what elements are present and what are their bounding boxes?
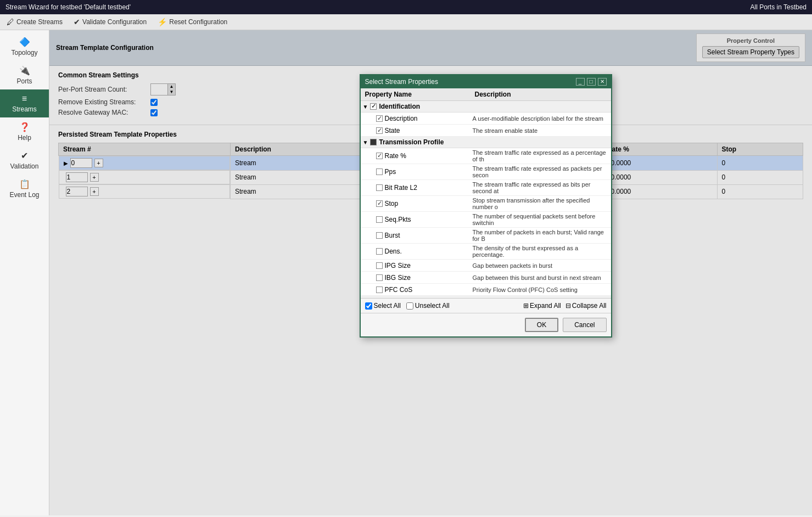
property-description: The stream traffic rate expressed as bit… [473,181,609,194]
property-row: Description A user-modifiable descriptio… [361,113,611,125]
sidebar-item-topology[interactable]: 🔷 Topology [0,32,49,61]
property-row: Burst The number of packets in each burs… [361,228,611,244]
sidebar-item-ports-label: Ports [16,77,32,85]
property-name-text: Description [385,115,418,122]
modal-overlay: Select Stream Properties _ □ ✕ Property … [49,30,812,515]
sidebar-item-topology-label: Topology [11,49,37,57]
dialog-titlebar: Select Stream Properties _ □ ✕ [361,75,611,88]
group-checkbox[interactable] [370,103,377,110]
property-checkbox[interactable] [376,248,383,255]
validation-icon: ✔ [21,150,28,161]
property-name-text: Rate % [385,152,406,160]
sidebar-item-validation[interactable]: ✔ Validation [0,146,49,175]
property-name: Burst [363,232,473,239]
property-name: IBG Size [363,274,473,282]
property-name: IPG Size [363,262,473,269]
sidebar-item-streams[interactable]: ≡ Streams [0,89,49,117]
toolbar: 🖊 Create Streams ✔ Validate Configuratio… [0,14,812,30]
reset-icon: ⚡ [158,18,167,26]
create-streams-button[interactable]: 🖊 Create Streams [4,16,65,27]
property-name-text: Dens. [385,248,402,255]
property-description: The number of packets in each burst; Val… [473,229,609,242]
property-checkbox[interactable] [376,168,383,175]
property-name: Bit Rate L2 [363,184,473,192]
property-name-text: Bit Rate L2 [385,184,417,192]
property-checkbox[interactable] [376,262,383,269]
property-description: Stop stream transmission after the speci… [473,197,609,210]
ports-label: All Ports in Testbed [751,3,807,11]
property-name-text: Stop [385,200,399,207]
property-checkbox[interactable] [376,115,383,122]
footer-right: ⊞ Expand All ⊟ Collapse All [523,302,606,310]
dialog-minimize-button[interactable]: _ [576,78,585,86]
property-name-text: Pps [385,168,396,176]
property-row: Seq.Pkts The number of sequential packet… [361,212,611,228]
property-description: Gap between this burst and burst in next… [473,274,609,281]
property-checkbox[interactable] [376,216,383,223]
dialog-footer: Select All Unselect All ⊞ Expand All [361,299,611,313]
title-bar: Stream Wizard for testbed 'Default testb… [0,0,812,14]
collapse-minus-icon: ⊟ [565,302,571,310]
property-row: Rate % The stream traffic rate expressed… [361,148,611,164]
property-checkbox[interactable] [376,286,383,293]
validate-label: Validate Configuration [82,18,147,26]
group-expand-icon: ▼ [363,104,368,110]
select-all-checkbox[interactable] [365,302,372,310]
select-all-label[interactable]: Select All [365,302,401,310]
property-checkbox[interactable] [376,184,383,191]
unselect-all-checkbox[interactable] [406,302,413,310]
dialog-maximize-button[interactable]: □ [587,78,596,86]
property-row: Pps The stream traffic rate expressed as… [361,164,611,180]
property-name-text: Burst [385,232,400,239]
ok-button[interactable]: OK [525,318,558,332]
property-row: IPG Size Gap between packets in burst [361,260,611,272]
property-name-text: Seq.Pkts [385,216,411,223]
property-name-text: IPG Size [385,262,411,269]
dialog-close-button[interactable]: ✕ [598,78,607,86]
collapse-all-button[interactable]: ⊟ Collapse All [565,302,607,310]
app-title: Stream Wizard for testbed 'Default testb… [5,3,131,11]
topology-icon: 🔷 [19,37,30,47]
property-description: The density of the burst expressed as a … [473,245,609,258]
dialog-buttons: OK Cancel [361,313,611,336]
group-row[interactable]: ▼ Identification [361,101,611,113]
property-name-text: IBG Size [385,274,411,282]
group-checkbox[interactable] [370,139,377,145]
col-property-name-header: Property Name [365,91,475,98]
property-description: Priority Flow Control (PFC) CoS setting [473,286,609,293]
sidebar-item-help[interactable]: ❓ Help [0,117,49,146]
property-checkbox[interactable] [376,200,383,207]
property-row: PFC CoS Priority Flow Control (PFC) CoS … [361,284,611,296]
property-name: Seq.Pkts [363,216,473,223]
unselect-all-label[interactable]: Unselect All [406,302,450,310]
create-streams-label: Create Streams [16,18,63,26]
expand-all-button[interactable]: ⊞ Expand All [523,302,561,310]
sidebar-item-ports[interactable]: 🔌 Ports [0,61,49,89]
property-checkbox[interactable] [376,274,383,281]
dialog-table-header: Property Name Description [361,88,611,101]
validate-config-button[interactable]: ✔ Validate Configuration [71,16,149,27]
property-checkbox[interactable] [376,127,383,134]
sidebar: 🔷 Topology 🔌 Ports ≡ Streams ❓ Help ✔ Va… [0,30,49,515]
property-checkbox[interactable] [376,232,383,239]
col-description-header: Description [475,91,607,98]
property-name: PFC CoS [363,286,473,294]
property-name: Stop [363,200,473,207]
cancel-button[interactable]: Cancel [563,318,606,332]
select-stream-properties-dialog: Select Stream Properties _ □ ✕ Property … [360,74,612,338]
property-name: State [363,127,473,134]
sidebar-item-eventlog[interactable]: 📋 Event Log [0,175,49,203]
dialog-title: Select Stream Properties [365,78,438,86]
group-row[interactable]: ▼ Transmission Profile [361,137,611,148]
sidebar-item-eventlog-label: Event Log [9,191,39,199]
property-name-text: State [385,127,400,134]
footer-left: Select All Unselect All [365,302,450,310]
streams-icon: ≡ [22,94,27,104]
group-name: Identification [379,103,420,110]
create-streams-icon: 🖊 [7,18,14,26]
property-checkbox[interactable] [376,153,383,159]
reset-config-button[interactable]: ⚡ Reset Configuration [155,16,229,27]
dialog-title-buttons: _ □ ✕ [576,78,607,86]
property-description: The stream traffic rate expressed as pac… [473,165,609,178]
property-name: Description [363,115,473,122]
